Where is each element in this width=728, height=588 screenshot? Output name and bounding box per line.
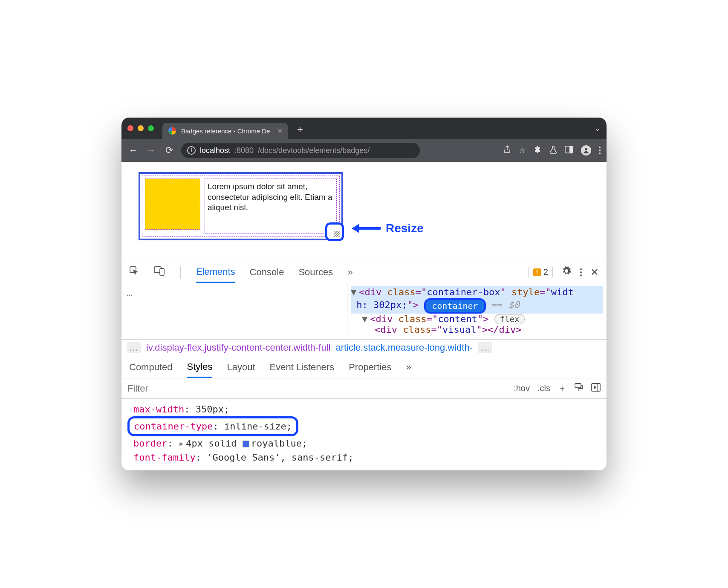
expand-icon[interactable]: ▼ [362, 314, 367, 324]
profile-avatar[interactable] [581, 145, 591, 156]
container-element[interactable]: Lorem ipsum dolor sit amet, consectetur … [139, 172, 343, 240]
settings-icon[interactable] [561, 266, 572, 279]
devtools-overlay: Lorem ipsum dolor sit amet, consectetur … [142, 176, 340, 237]
devtools-panel: Elements Console Sources » ! 2 ✕ … [121, 260, 607, 470]
toolbar-actions: ☆ [503, 145, 601, 156]
styles-pane[interactable]: max-width: 350px; container-type: inline… [121, 399, 607, 470]
toggle-sidebar-icon[interactable] [591, 383, 601, 394]
url-path: /docs/devtools/elements/badges/ [258, 146, 370, 155]
dom-tree-body[interactable]: ▼<div class="container-box" style="widt … [347, 284, 607, 339]
tab-more[interactable]: » [406, 362, 411, 373]
side-panel-icon[interactable] [565, 146, 573, 156]
crumb-segment[interactable]: article.stack.measure-long.width- [335, 342, 473, 353]
annotation-label: Resize [386, 222, 424, 235]
minimize-window[interactable] [138, 125, 144, 131]
tab-close-icon[interactable]: × [277, 127, 282, 135]
back-button[interactable]: ← [127, 145, 139, 156]
url-port: :8080 [234, 146, 254, 155]
resize-annotation: Resize [352, 222, 424, 235]
page-viewport: Lorem ipsum dolor sit amet, consectetur … [121, 162, 607, 260]
css-declaration-highlighted[interactable]: container-type: inline-size; [127, 416, 298, 436]
arrow-icon [352, 222, 381, 235]
hov-toggle[interactable]: :hov [514, 383, 530, 393]
chrome-favicon-icon [168, 127, 176, 135]
expand-icon[interactable]: ▼ [351, 287, 356, 297]
tab-properties[interactable]: Properties [349, 362, 391, 373]
svg-marker-4 [352, 224, 359, 233]
share-icon[interactable] [503, 145, 511, 156]
extensions-icon[interactable] [533, 145, 542, 156]
new-rule-icon[interactable]: ＋ [558, 383, 566, 394]
issues-counter[interactable]: ! 2 [529, 266, 553, 278]
devtools-main-tabs: Elements Console Sources » ! 2 ✕ [121, 260, 607, 284]
window-controls [127, 125, 154, 131]
styles-filter-row: :hov .cls ＋ [121, 378, 607, 399]
tab-title: Badges reference - Chrome De [181, 127, 270, 135]
inspect-icon[interactable] [129, 266, 139, 278]
expand-tri-icon[interactable]: ▸ [179, 438, 184, 449]
reload-button[interactable]: ⟳ [163, 145, 175, 156]
tab-layout[interactable]: Layout [227, 362, 255, 373]
labs-icon[interactable] [549, 145, 557, 156]
visual-box [145, 179, 200, 230]
close-window[interactable] [127, 125, 133, 131]
tab-console[interactable]: Console [250, 267, 284, 278]
resize-handle[interactable] [325, 222, 344, 241]
dom-tree-gutter: … [121, 284, 347, 339]
devtools-close-icon[interactable]: ✕ [590, 266, 599, 278]
lorem-text: Lorem ipsum dolor sit amet, consectetur … [205, 179, 337, 234]
svg-rect-7 [160, 268, 164, 275]
browser-menu-icon[interactable] [599, 147, 601, 154]
color-swatch[interactable] [243, 441, 249, 447]
tab-styles[interactable]: Styles [187, 361, 213, 378]
svg-point-2 [585, 148, 587, 150]
dom-child-node[interactable]: ▼<div class="content"> flex [351, 314, 603, 324]
crumb-ellipsis-left[interactable]: … [127, 342, 141, 353]
styles-filter-input[interactable] [127, 383, 506, 394]
svg-rect-8 [575, 383, 581, 388]
crumb-segment[interactable]: iv.display-flex.justify-content-center.w… [146, 342, 330, 353]
tab-more[interactable]: » [347, 267, 352, 278]
tab-sources[interactable]: Sources [298, 267, 333, 278]
css-declaration[interactable]: max-width: 350px; [133, 402, 599, 416]
styles-tabs: Computed Styles Layout Event Listeners P… [121, 356, 607, 378]
cls-toggle[interactable]: .cls [537, 383, 550, 393]
crumb-ellipsis-right[interactable]: … [478, 342, 492, 353]
browser-toolbar: ← → ⟳ i localhost:8080/docs/devtools/ele… [121, 139, 607, 162]
browser-tab[interactable]: Badges reference - Chrome De × [162, 123, 288, 139]
issues-count: 2 [543, 267, 548, 277]
device-toggle-icon[interactable] [154, 266, 165, 278]
dom-grandchild-node[interactable]: <div class="visual"></div> [351, 324, 603, 335]
dom-ellipsis: … [127, 288, 132, 298]
url-host: localhost [200, 146, 230, 155]
dom-breadcrumb[interactable]: … iv.display-flex.justify-content-center… [121, 340, 607, 356]
address-bar[interactable]: i localhost:8080/docs/devtools/elements/… [181, 143, 420, 158]
css-declaration[interactable]: font-family: 'Google Sans', sans-serif; [133, 450, 599, 464]
tab-elements[interactable]: Elements [196, 266, 235, 283]
new-tab-button[interactable]: + [293, 123, 307, 136]
flex-badge[interactable]: flex [494, 314, 525, 324]
paint-icon[interactable] [574, 383, 584, 394]
site-info-icon[interactable]: i [187, 146, 196, 155]
forward-button[interactable]: → [145, 145, 157, 156]
tab-list-chevron-icon[interactable]: ⌄ [594, 124, 601, 133]
tab-event-listeners[interactable]: Event Listeners [270, 362, 335, 373]
devtools-menu-icon[interactable] [580, 268, 582, 276]
tab-computed[interactable]: Computed [129, 362, 173, 373]
container-badge[interactable]: container [424, 298, 485, 314]
maximize-window[interactable] [148, 125, 154, 131]
svg-rect-1 [570, 146, 573, 153]
browser-window: Badges reference - Chrome De × + ⌄ ← → ⟳… [121, 118, 607, 470]
dom-tree: … ▼<div class="container-box" style="wid… [121, 284, 607, 340]
css-declaration[interactable]: border: ▸4px solid royalblue; [133, 436, 599, 450]
bookmark-icon[interactable]: ☆ [519, 146, 526, 155]
titlebar: Badges reference - Chrome De × + ⌄ [121, 118, 607, 139]
warning-icon: ! [533, 268, 541, 276]
dom-selected-node[interactable]: ▼<div class="container-box" style="widt … [351, 286, 603, 314]
